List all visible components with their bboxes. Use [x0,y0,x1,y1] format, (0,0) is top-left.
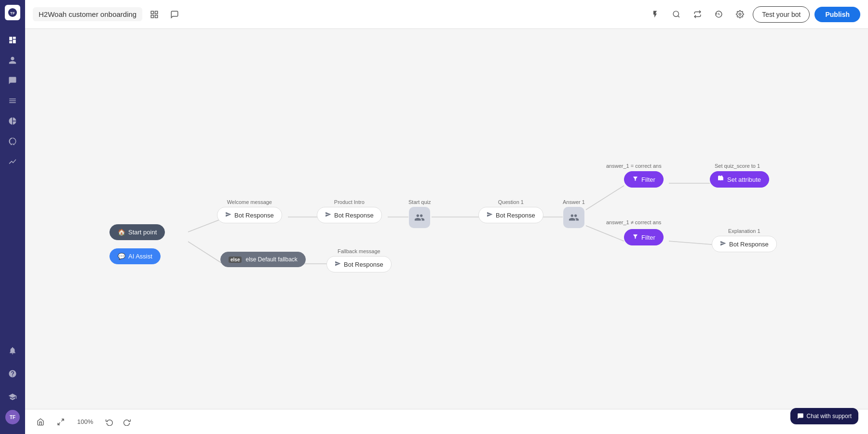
fallback-msg-text: Bot Response [344,261,383,268]
question1-label: Question 1 [498,199,524,205]
sidebar-item-learn[interactable] [4,388,21,406]
undo-button[interactable] [102,414,117,430]
test-bot-button[interactable]: Test your bot [753,6,810,23]
sidebar-item-automation[interactable] [4,133,21,150]
product-intro-label: Product Intro [334,199,365,205]
sidebar-item-reports[interactable] [4,112,21,130]
search-icon[interactable] [668,6,684,23]
set-attribute-node[interactable]: Set attribute [710,171,769,188]
sidebar-item-help[interactable] [4,365,21,382]
home-icon: 🏠 [118,229,125,236]
undo-redo-controls [102,414,135,430]
svg-line-18 [669,241,712,244]
bottom-bar: 100% [25,409,868,434]
settings-icon[interactable] [732,6,748,23]
svg-line-20 [61,419,64,421]
start-quiz-label: Start quiz [408,199,431,205]
lightning-icon[interactable] [647,6,663,23]
svg-line-16 [586,226,624,241]
chat-support-button[interactable]: Chat with support [790,408,858,424]
bot-response-icon-1 [225,211,231,219]
welcome-text: Bot Response [234,212,274,219]
set-attr-text: Set attribute [727,176,761,183]
main-content: H2Woah customer onboarding Test y [25,0,868,434]
home-canvas-button[interactable] [33,414,48,430]
fallback-message-node[interactable]: Fallback message Bot Response [326,248,392,272]
svg-rect-2 [151,11,153,14]
question1-text: Bot Response [496,212,535,219]
start-point-node[interactable]: 🏠 Start point [109,224,165,240]
answer1-label: Answer 1 [563,199,585,205]
answer1-node[interactable]: Answer 1 [563,199,585,228]
svg-rect-4 [151,15,153,17]
svg-text:TF: TF [10,11,15,15]
zoom-level: 100% [73,416,97,427]
start-point-label: Start point [128,229,157,236]
ai-assist-node[interactable]: 💬 AI Assist [109,248,161,264]
sidebar-item-lists[interactable] [4,92,21,109]
flow-icon[interactable] [689,6,705,23]
explanation1-label: Explanation 1 [728,228,760,234]
svg-line-7 [678,16,679,17]
filter-icon-1 [632,176,638,183]
svg-line-10 [188,242,223,264]
bot-response-icon-3 [487,211,493,219]
project-name[interactable]: H2Woah customer onboarding [33,7,142,21]
svg-point-8 [739,13,741,15]
default-fallback-node[interactable]: else else Default fallback [220,252,306,267]
sidebar-item-analytics[interactable] [4,153,21,170]
canvas[interactable]: answer_1 = correct ans answer_1 ≠ correc… [25,29,868,409]
user-avatar[interactable]: TF [5,410,20,424]
filter-incorrect-node[interactable]: Filter [624,229,664,245]
filter-icon-2 [632,233,638,241]
explanation1-text: Bot Response [729,241,769,248]
bot-response-icon-2 [325,211,331,219]
fallback-msg-label: Fallback message [338,248,380,254]
condition-incorrect: answer_1 ≠ correct ans [606,219,661,225]
set-attr-label: Set quiz_score to 1 [715,163,760,169]
explanation1-node[interactable]: Explanation 1 Bot Response [712,228,777,252]
filter-correct-text: Filter [641,176,655,183]
svg-line-21 [58,422,60,425]
sidebar-item-conversations[interactable] [4,72,21,89]
default-fallback-text: else Default fallback [245,256,297,263]
redo-button[interactable] [119,414,135,430]
chat-mode-button[interactable] [166,6,183,23]
svg-line-15 [586,186,624,210]
header: H2Woah customer onboarding Test y [25,0,868,29]
fallback-icon: else [229,257,242,263]
sidebar: TF TF [0,0,25,434]
publish-button[interactable]: Publish [814,7,860,22]
header-right: Test your bot Publish [647,6,860,23]
bot-response-icon-5 [335,260,341,268]
fit-view-button[interactable] [53,414,68,430]
flow-connections [25,29,868,409]
bot-response-icon-4 [720,240,726,248]
svg-rect-5 [155,15,158,17]
ai-assist-label: AI Assist [128,253,152,260]
filter-incorrect-text: Filter [641,234,655,241]
product-intro-text: Bot Response [334,212,374,219]
sidebar-item-dashboard[interactable] [4,31,21,49]
welcome-message-node[interactable]: Welcome message Bot Response [217,199,282,223]
svg-rect-3 [155,11,158,14]
product-intro-node[interactable]: Product Intro Bot Response [317,199,382,223]
condition-correct: answer_1 = correct ans [606,163,662,169]
filter-correct-node[interactable]: Filter [624,171,664,188]
sidebar-item-notifications[interactable] [4,342,21,359]
app-logo: TF [5,5,20,20]
ai-icon: 💬 [118,253,125,260]
history-icon[interactable] [710,6,727,23]
chat-support-label: Chat with support [807,413,852,420]
auto-arrange-button[interactable] [146,6,163,23]
start-quiz-node[interactable]: Start quiz [408,199,431,228]
set-attr-icon [718,176,724,183]
question1-node[interactable]: Question 1 Bot Response [478,199,543,223]
sidebar-item-contacts[interactable] [4,52,21,69]
svg-point-6 [673,11,678,16]
welcome-label: Welcome message [227,199,272,205]
